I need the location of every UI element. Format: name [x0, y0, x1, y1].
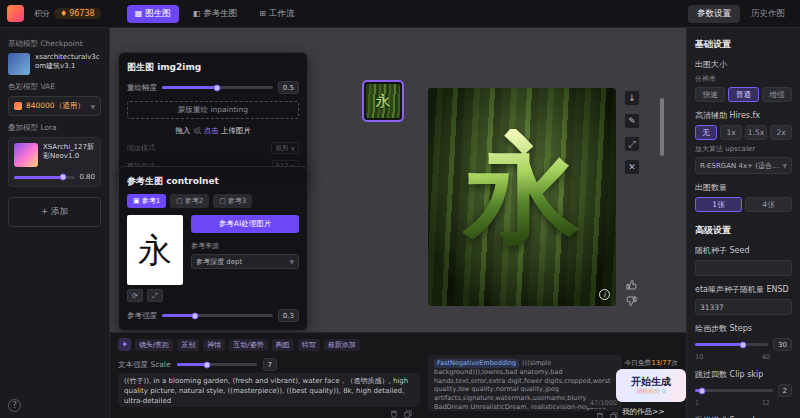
resolution-normal-button[interactable]: 普通: [728, 87, 758, 102]
result-thumbnail-glyph: 永: [376, 94, 391, 109]
prompt-bar: ✦ 镜头/焦距 景别 神情 互动/姿势 构图 特写 最新添加 文本强度 Scal…: [110, 332, 686, 418]
negative-prompt-input[interactable]: FastNegativeEmbedding(((simple backgroun…: [428, 355, 622, 411]
steps-range: 10 40: [695, 353, 770, 361]
points-badge[interactable]: ♦96738: [54, 8, 101, 19]
refresh-icon[interactable]: ⟳: [127, 289, 143, 302]
edit-icon[interactable]: ✎: [624, 113, 640, 129]
tag-chip[interactable]: 景别: [177, 339, 199, 351]
result-thumbnail[interactable]: 永: [362, 80, 404, 122]
steps-label: 绘画步数 Steps: [695, 323, 792, 334]
steps-slider[interactable]: [695, 343, 768, 346]
help-icon[interactable]: ?: [8, 399, 21, 412]
delete-icon[interactable]: ✕: [624, 159, 640, 175]
ref-strength-value[interactable]: 0.3: [278, 309, 299, 322]
nav-workflow[interactable]: ⊞工作流: [251, 5, 302, 23]
controlnet-panel: 参考生图 controlnet ▣参考1 ▢参考2 ▢参考3 永 ⟳ ⤢ 参: [118, 166, 308, 331]
vae-select[interactable]: 840000（通用） ▼: [8, 96, 101, 116]
copy-icon[interactable]: [404, 410, 412, 418]
resolution-fast-button[interactable]: 快速: [695, 87, 725, 102]
scale-mode-value: 裁剪: [275, 144, 288, 153]
hires-15x-button[interactable]: 1.5x: [745, 125, 767, 140]
clip-skip-slider[interactable]: [695, 389, 773, 392]
tag-chip[interactable]: 神情: [203, 339, 225, 351]
chevron-down-icon: ▼: [90, 103, 95, 110]
steps-value[interactable]: 30: [773, 338, 792, 351]
cfg-scale-slider[interactable]: [177, 363, 257, 366]
nav-img2img[interactable]: ▦图生图: [127, 5, 179, 23]
checkpoint-card[interactable]: xsarchitecturalv3com建筑v3.1: [8, 53, 101, 75]
negative-prompt-actions: [596, 412, 618, 418]
free-quota-text: 今日免费13/77次: [614, 358, 686, 368]
tab-history[interactable]: 历史作图: [742, 5, 794, 23]
my-works-link[interactable]: 我的作品>>: [622, 407, 665, 417]
controlnet-tab-1[interactable]: ▣参考1: [127, 194, 166, 208]
points-display: 积分 ♦96738: [34, 8, 101, 19]
upscaler-value: R-ESRGAN 4x+ (适合多种风格): [700, 161, 779, 171]
app-logo[interactable]: [7, 5, 24, 22]
magic-wand-icon[interactable]: ✦: [118, 338, 131, 351]
lora-weight-value: 0.80: [79, 173, 95, 181]
lora-weight-slider[interactable]: [14, 176, 75, 179]
lora-thumbnail: [14, 143, 38, 167]
inpaint-button[interactable]: 蒙版重绘 inpainting: [127, 101, 299, 119]
add-lora-button[interactable]: + 添加: [8, 197, 101, 227]
trash-icon[interactable]: [390, 410, 398, 418]
count-1-button[interactable]: 1张: [695, 197, 742, 212]
seed-input[interactable]: [695, 260, 792, 276]
clip-skip-max: 12: [762, 399, 770, 407]
hires-none-button[interactable]: 无: [695, 125, 717, 140]
ref-source-label: 参考来源: [191, 241, 299, 251]
tag-chip[interactable]: 特写: [298, 339, 320, 351]
negative-embedding-chip[interactable]: FastNegativeEmbedding: [434, 359, 519, 368]
clip-skip-min: 1: [695, 399, 699, 407]
ensd-input[interactable]: 31337: [695, 299, 792, 315]
canvas-scrollbar[interactable]: [660, 98, 664, 156]
batch-count-label: 出图数量: [695, 182, 792, 193]
tag-chip[interactable]: 互动/姿势: [229, 339, 267, 351]
denoise-slider[interactable]: [162, 86, 273, 89]
trash-icon[interactable]: [596, 412, 604, 418]
ai-process-button[interactable]: 参考AI处理图片: [191, 215, 299, 233]
controlnet-tab-2[interactable]: ▢参考2: [170, 194, 209, 208]
batch-count-options: 1张 4张: [695, 197, 792, 212]
upscaler-select[interactable]: R-ESRGAN 4x+ (适合多种风格) ▼: [695, 157, 792, 174]
prompt-tag-row: ✦ 镜头/焦距 景别 神情 互动/姿势 构图 特写 最新添加: [118, 338, 360, 351]
count-4-button[interactable]: 4张: [745, 197, 792, 212]
download-icon[interactable]: ↓: [624, 90, 640, 106]
lora-card[interactable]: XSArchi_127新彩Neov1.0 0.80: [8, 137, 101, 187]
hires-2x-button[interactable]: 2x: [770, 125, 792, 140]
positive-prompt-input[interactable]: ((竹子)), in a blooming garden, (fresh and…: [118, 373, 420, 407]
scale-mode-select[interactable]: 裁剪▼: [271, 142, 299, 154]
img2img-icon: ▦: [135, 9, 143, 18]
controlnet-tab-3[interactable]: ▢参考3: [213, 194, 252, 208]
tag-chip[interactable]: 最新添加: [324, 339, 360, 351]
fullscreen-icon[interactable]: ⤢: [624, 136, 640, 152]
copy-icon[interactable]: [610, 412, 618, 418]
info-icon[interactable]: i: [599, 289, 610, 300]
clip-skip-value[interactable]: 2: [778, 384, 792, 397]
ref-source-select[interactable]: 参考深度 dept ▼: [191, 254, 299, 269]
checkpoint-section-label: 基础模型 Checkpoint: [8, 39, 101, 49]
free-quota-prefix: 今日免费: [624, 359, 651, 367]
nav-reference-gen[interactable]: ◧参考生图: [185, 5, 246, 23]
basic-settings-header: 基础设置: [695, 38, 792, 51]
tag-chip[interactable]: 镜头/焦距: [135, 339, 173, 351]
thumbs-down-icon[interactable]: [624, 295, 638, 307]
cfg-scale-value[interactable]: 7: [263, 358, 277, 371]
reference-image[interactable]: 永: [127, 215, 183, 285]
char-counter: 47/1000: [587, 399, 617, 408]
tab-params[interactable]: 参数设置: [688, 5, 740, 23]
ref-strength-slider[interactable]: [162, 314, 273, 317]
upload-dropzone[interactable]: 拖入或点击上传图片: [127, 126, 299, 136]
hires-1x-button[interactable]: 1x: [720, 125, 742, 140]
denoise-label: 重绘幅度: [127, 83, 157, 93]
steps-max: 40: [762, 353, 770, 361]
resolution-enhanced-button[interactable]: 增强: [762, 87, 792, 102]
tag-chip[interactable]: 构图: [272, 339, 294, 351]
denoise-value[interactable]: 0.5: [278, 81, 299, 94]
thumbs-up-icon[interactable]: [624, 278, 638, 290]
negative-prompt-text: (((simple background))),lowres,bad anato…: [434, 359, 611, 411]
params-panel: 基础设置 出图大小 分辨率 快速 普通 增强 高清辅助 Hires.fx 无 1…: [686, 28, 800, 418]
generate-button[interactable]: 开始生成 消耗积分 0: [616, 369, 686, 402]
expand-icon[interactable]: ⤢: [147, 289, 163, 302]
